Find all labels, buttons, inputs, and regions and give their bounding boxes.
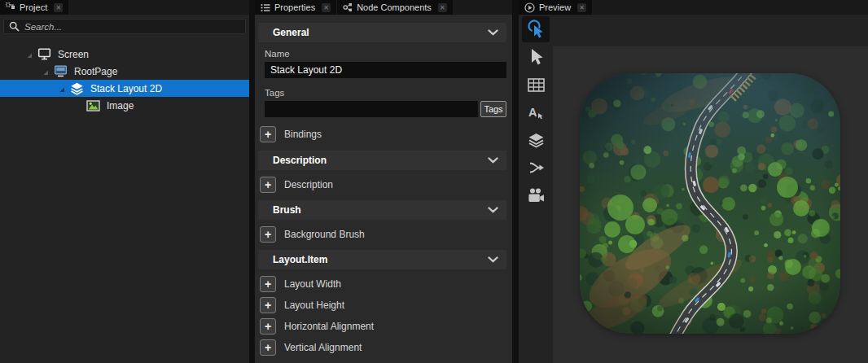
- connections-icon: [528, 160, 545, 176]
- tree-item-label: Screen: [58, 49, 89, 60]
- tab-node-components[interactable]: Node Components ✕: [337, 0, 453, 15]
- layout-width-label: Layout Width: [284, 278, 341, 290]
- preview-tabbar: Preview ✕: [519, 0, 868, 15]
- text-tool-icon: A: [528, 105, 544, 120]
- image-icon: [85, 99, 100, 112]
- expand-caret-icon[interactable]: [42, 68, 50, 76]
- search-icon: [9, 21, 20, 32]
- expand-caret-icon[interactable]: [58, 85, 66, 93]
- tree-item-stack-layout-2d[interactable]: Stack Layout 2D: [0, 80, 249, 97]
- preview-canvas[interactable]: [553, 46, 868, 363]
- tree-item-screen[interactable]: Screen: [0, 46, 249, 63]
- add-description-row: + Description: [260, 176, 506, 194]
- preview-toolbar: A: [519, 15, 553, 363]
- video-camera-icon: [527, 188, 545, 203]
- arrow-cursor-icon: [528, 48, 544, 66]
- properties-panel: Properties ✕ Node Components ✕ General: [255, 0, 512, 363]
- layers-icon: [528, 133, 545, 148]
- horizontal-alignment-label: Horizontal Alignment: [284, 321, 374, 332]
- selection-tool-button[interactable]: [522, 44, 550, 70]
- tree-item-label: RootPage: [74, 66, 117, 77]
- chevron-down-icon: [488, 157, 498, 164]
- project-panel: Project ✕ Search...: [0, 0, 249, 363]
- page-icon: [53, 65, 68, 77]
- tab-properties[interactable]: Properties ✕: [255, 0, 336, 15]
- tab-node-components-label: Node Components: [357, 2, 432, 12]
- add-vertical-alignment-row: + Vertical Alignment: [260, 339, 506, 356]
- chevron-down-icon: [488, 207, 498, 213]
- properties-list-icon: [261, 3, 270, 12]
- preview-body: A: [519, 15, 868, 363]
- tree-item-label: Image: [107, 100, 134, 112]
- add-horizontal-alignment-row: + Horizontal Alignment: [260, 317, 506, 335]
- bindings-label: Bindings: [284, 129, 322, 140]
- search-input[interactable]: Search...: [3, 19, 246, 34]
- layout-height-label: Layout Height: [284, 300, 344, 311]
- tab-preview-label: Preview: [539, 2, 571, 12]
- interaction-cursor-icon: [526, 19, 546, 40]
- close-icon[interactable]: ✕: [438, 3, 447, 12]
- background-brush-label: Background Brush: [284, 229, 365, 240]
- tab-preview[interactable]: Preview ✕: [519, 0, 592, 15]
- grid-tool-button[interactable]: [522, 72, 550, 98]
- chevron-down-icon: [488, 256, 498, 263]
- grid-icon: [528, 78, 545, 92]
- add-layout-height-button[interactable]: +: [260, 297, 276, 313]
- play-circle-icon: [524, 2, 535, 13]
- add-layout-width-row: + Layout Width: [260, 275, 506, 293]
- preview-image: [580, 73, 840, 334]
- close-icon[interactable]: ✕: [577, 3, 586, 12]
- close-icon[interactable]: ✕: [54, 3, 63, 12]
- tree-item-rootpage[interactable]: RootPage: [0, 63, 249, 80]
- tags-button[interactable]: Tags: [480, 101, 506, 117]
- tab-project-label: Project: [20, 2, 47, 12]
- connections-tool-button[interactable]: [522, 155, 550, 181]
- screen-icon: [37, 48, 51, 60]
- close-icon[interactable]: ✕: [322, 3, 331, 12]
- studio-window: Project ✕ Search...: [0, 0, 868, 363]
- section-title: Description: [273, 155, 327, 166]
- tags-field[interactable]: [265, 101, 478, 117]
- add-layout-height-row: + Layout Height: [260, 296, 506, 314]
- add-background-brush-row: + Background Brush: [260, 225, 506, 243]
- project-tabbar: Project ✕: [0, 0, 249, 15]
- description-label: Description: [284, 179, 333, 190]
- tab-project[interactable]: Project ✕: [0, 0, 68, 15]
- name-label: Name: [265, 49, 506, 59]
- layers-icon: [69, 82, 84, 94]
- add-description-button[interactable]: +: [260, 177, 276, 193]
- chevron-down-icon: [488, 29, 498, 36]
- add-binding-button[interactable]: +: [260, 126, 276, 142]
- name-field[interactable]: [265, 62, 506, 78]
- expand-caret-icon[interactable]: [25, 50, 33, 59]
- section-header-brush[interactable]: Brush: [258, 200, 506, 220]
- properties-tabbar: Properties ✕ Node Components ✕: [255, 0, 512, 15]
- add-horizontal-alignment-button[interactable]: +: [260, 318, 276, 335]
- layers-tool-button[interactable]: [522, 127, 550, 153]
- tab-properties-label: Properties: [274, 2, 315, 12]
- tree-item-image[interactable]: Image: [0, 97, 249, 114]
- tags-label: Tags: [265, 88, 506, 98]
- vertical-alignment-label: Vertical Alignment: [284, 342, 362, 353]
- svg-text:A: A: [528, 106, 537, 119]
- section-header-description[interactable]: Description: [258, 151, 506, 170]
- add-vertical-alignment-button[interactable]: +: [260, 339, 276, 356]
- section-header-general[interactable]: General: [258, 23, 506, 42]
- section-header-layout-item[interactable]: Layout.Item: [258, 250, 506, 269]
- interaction-tool-button[interactable]: [522, 16, 550, 42]
- add-background-brush-button[interactable]: +: [260, 226, 276, 243]
- add-layout-width-button[interactable]: +: [260, 276, 276, 292]
- preview-panel: Preview ✕: [519, 0, 868, 363]
- tree-item-label: Stack Layout 2D: [90, 83, 162, 94]
- project-icon: [6, 2, 15, 12]
- project-tree: Screen RootPage: [0, 39, 249, 114]
- camera-tool-button[interactable]: [522, 182, 550, 208]
- add-binding-row: + Bindings: [260, 125, 506, 143]
- text-tool-button[interactable]: A: [522, 99, 550, 125]
- section-title: Brush: [273, 204, 301, 216]
- section-title: Layout.Item: [273, 254, 327, 265]
- search-placeholder: Search...: [24, 22, 62, 32]
- section-title: General: [273, 27, 309, 38]
- properties-body: General Name Tags Tags + Bindings Descri…: [255, 15, 512, 356]
- node-components-icon: [343, 2, 353, 12]
